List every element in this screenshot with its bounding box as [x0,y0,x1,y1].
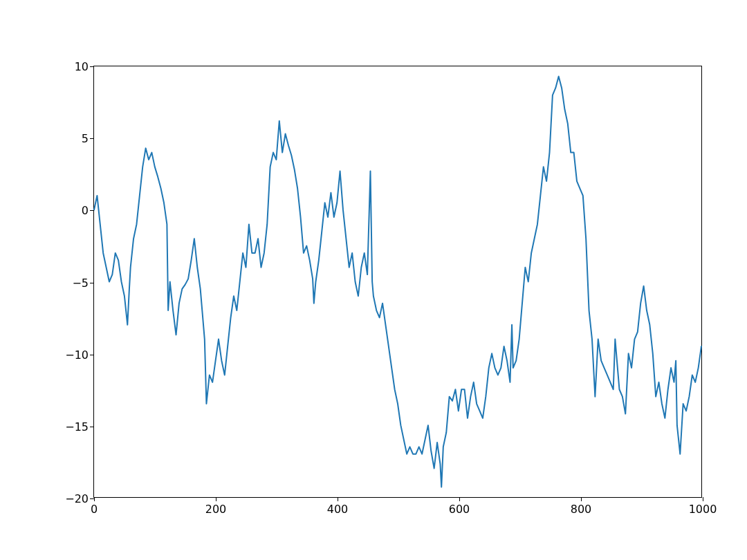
x-tick-label: 600 [449,503,470,516]
plot-area [94,66,701,497]
y-tick-mark [90,355,94,355]
y-tick-label: −5 [72,276,89,289]
x-tick-mark [703,497,703,501]
x-tick-mark [216,497,216,501]
y-tick-label: −20 [65,492,89,505]
x-tick-label: 0 [91,503,98,516]
y-tick-label: 0 [82,204,89,217]
y-tick-mark [90,283,94,283]
x-tick-mark [94,497,95,501]
x-tick-label: 200 [205,503,227,516]
x-tick-label: 400 [327,503,349,516]
y-tick-mark [90,498,94,499]
series1-line [94,77,701,487]
y-tick-label: 10 [75,60,89,73]
x-tick-mark [581,497,582,501]
chart-figure: 02004006008001000−20−15−10−50510 [0,0,747,560]
y-tick-mark [90,138,94,139]
x-tick-label: 800 [571,503,592,516]
y-tick-mark [90,427,94,427]
x-tick-mark [338,497,338,501]
x-tick-mark [459,497,460,501]
y-tick-label: −10 [65,348,89,361]
y-tick-mark [90,210,94,211]
y-tick-label: −15 [65,420,89,433]
axes-box: 02004006008001000−20−15−10−50510 [93,66,702,498]
y-tick-label: 5 [82,132,89,145]
y-tick-mark [90,66,94,67]
x-tick-label: 1000 [689,503,717,516]
